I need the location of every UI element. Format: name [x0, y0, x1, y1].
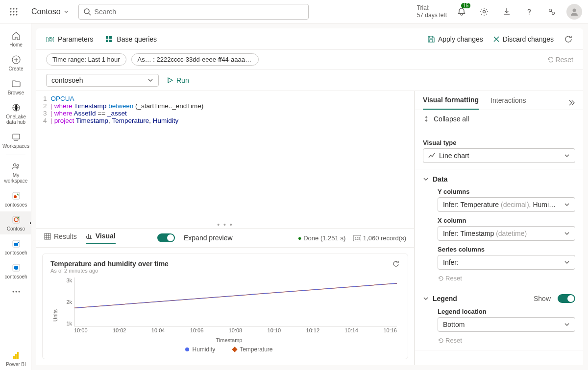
- y-columns-dropdown[interactable]: Infer: Temperature (decimal), Humi…: [438, 197, 575, 212]
- rail-create[interactable]: Create: [0, 51, 31, 74]
- search-input[interactable]: [78, 4, 309, 20]
- rail-powerbi[interactable]: Power BI: [0, 347, 31, 370]
- query-status: ● Done (1.251 s): [298, 234, 345, 242]
- svg-rect-33: [17, 352, 19, 359]
- settings-button[interactable]: [476, 4, 492, 20]
- splitter-handle[interactable]: • • •: [36, 221, 414, 228]
- section-data-header[interactable]: Data: [423, 175, 575, 183]
- tab-results[interactable]: Results: [44, 232, 77, 243]
- svg-rect-36: [109, 36, 112, 39]
- svg-point-23: [17, 217, 19, 219]
- refresh-chart-icon[interactable]: [392, 260, 400, 268]
- legend-show-toggle[interactable]: [558, 294, 575, 303]
- eventstream-icon: [12, 191, 21, 200]
- rail-home[interactable]: Home: [0, 27, 31, 50]
- section-legend-header[interactable]: Legend Show: [423, 294, 575, 303]
- workspace-dropdown[interactable]: Contoso: [27, 5, 73, 18]
- parameters-icon: [@]: [46, 35, 54, 43]
- code-editor[interactable]: 1 2 3 4 OPCUA | where Timestamp between …: [36, 91, 414, 128]
- svg-point-13: [573, 8, 576, 12]
- x-column-dropdown[interactable]: Infer: Timestamp (datetime): [438, 226, 575, 241]
- chart-card: Temperature and humidity over time As of…: [42, 254, 408, 359]
- rail-workspaces[interactable]: Workspaces: [0, 129, 31, 152]
- ellipsis-icon: [12, 290, 21, 293]
- search-icon: [83, 8, 91, 16]
- user-avatar[interactable]: [566, 4, 582, 20]
- rail-onelake[interactable]: OneLake data hub: [0, 99, 31, 128]
- person-icon: [569, 7, 579, 17]
- y-ticks: 3k 2k 1k: [58, 278, 72, 326]
- rail-contosoeh-2[interactable]: contosoeh: [0, 259, 31, 282]
- reset-data-button[interactable]: Reset: [438, 275, 575, 282]
- notifications-button[interactable]: 15: [454, 4, 469, 20]
- undo-icon: [438, 276, 443, 281]
- reset-legend-button[interactable]: Reset: [438, 337, 575, 344]
- chevron-double-right-icon[interactable]: [567, 99, 575, 107]
- discard-changes-button[interactable]: Discard changes: [493, 35, 554, 43]
- close-icon: [493, 36, 500, 43]
- run-button[interactable]: Run: [167, 76, 189, 84]
- side-panel-tabs: Visual formatting Interactions: [415, 91, 583, 110]
- refresh-icon[interactable]: [564, 34, 573, 44]
- help-icon: [525, 7, 534, 16]
- bell-icon: [457, 7, 466, 16]
- feedback-button[interactable]: [544, 4, 560, 20]
- svg-point-22: [14, 218, 18, 222]
- svg-rect-35: [106, 36, 108, 39]
- series-columns-dropdown[interactable]: Infer:: [438, 255, 575, 270]
- table-icon: [44, 233, 51, 240]
- chart-title: Temperature and humidity over time: [50, 260, 169, 268]
- chevron-down-icon: [423, 176, 429, 182]
- gear-icon: [480, 7, 489, 16]
- section-legend: Legend Show Legend location Bottom Reset: [415, 288, 583, 350]
- rail-contoso[interactable]: Contoso: [0, 211, 31, 234]
- series-columns-label: Series columns: [423, 246, 575, 253]
- reset-filters-button[interactable]: Reset: [546, 56, 573, 64]
- visual-type-dropdown[interactable]: Line chart: [423, 148, 575, 163]
- plus-circle-icon: [11, 55, 21, 65]
- x-ticks: 10:0010:0210:0410:0610:0810:1010:1210:14…: [74, 327, 397, 336]
- data-source-dropdown[interactable]: contosoeh: [46, 74, 159, 87]
- svg-rect-39: [45, 233, 50, 239]
- save-icon: [427, 35, 435, 43]
- tab-visual[interactable]: Visual: [86, 232, 116, 244]
- time-range-pill[interactable]: Time range: Last 1 hour: [46, 53, 126, 66]
- chevron-down-icon: [147, 77, 153, 83]
- legend-temperature: Temperature: [233, 346, 272, 353]
- undo-icon: [546, 56, 553, 63]
- toolbar-filters: Time range: Last 1 hour As… : 2222cccc-3…: [36, 50, 583, 69]
- app-launcher-icon[interactable]: [6, 4, 22, 20]
- toolbar-run: contosoeh Run: [36, 69, 583, 91]
- svg-point-17: [13, 164, 16, 166]
- rail-browse[interactable]: Browse: [0, 75, 31, 98]
- tab-visual-formatting[interactable]: Visual formatting: [423, 96, 479, 110]
- svg-point-8: [16, 14, 18, 15]
- svg-point-6: [10, 14, 12, 15]
- chart-lines: [74, 278, 397, 326]
- svg-point-29: [15, 291, 17, 293]
- download-button[interactable]: [499, 4, 514, 20]
- parameters-button[interactable]: [@] Parameters: [46, 35, 93, 43]
- legend-location-dropdown[interactable]: Bottom: [438, 317, 575, 332]
- svg-rect-25: [14, 243, 18, 246]
- svg-point-9: [84, 9, 89, 14]
- rail-more[interactable]: [0, 283, 31, 300]
- notification-badge: 15: [461, 3, 470, 8]
- toolbar-primary: [@] Parameters Base queries Apply change…: [36, 28, 583, 50]
- help-button[interactable]: [521, 4, 537, 20]
- apply-changes-button[interactable]: Apply changes: [427, 35, 483, 43]
- expand-preview-toggle[interactable]: [157, 233, 175, 242]
- collapse-all-button[interactable]: Collapse all: [415, 110, 583, 128]
- legend-humidity: Humidity: [185, 346, 215, 353]
- svg-point-11: [549, 9, 552, 11]
- tab-interactions[interactable]: Interactions: [490, 96, 526, 109]
- legend-location-label: Legend location: [423, 308, 575, 315]
- rail-contosoeh-1[interactable]: contosoeh: [0, 235, 31, 258]
- rail-contosoes[interactable]: contosoes: [0, 187, 31, 210]
- asset-pill[interactable]: As… : 2222cccc-33dd-eeee-ff44-aaaaa…: [131, 53, 259, 66]
- line-numbers: 1 2 3 4: [36, 95, 51, 124]
- eventhouse-icon: [12, 239, 21, 248]
- rail-my-workspace[interactable]: My workspace: [0, 158, 31, 186]
- chart-legend: Humidity Temperature: [58, 346, 400, 353]
- base-queries-button[interactable]: Base queries: [105, 35, 157, 43]
